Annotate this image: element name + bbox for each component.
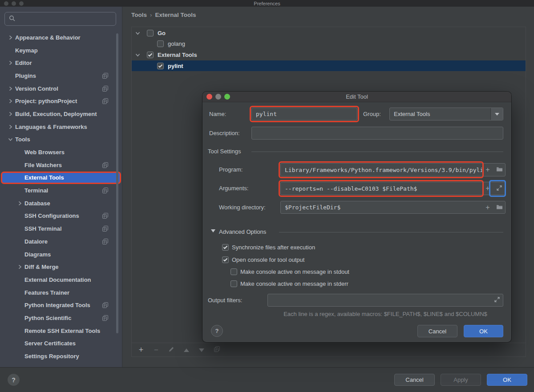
output-filters-field[interactable] (267, 294, 503, 307)
sidebar-item-remote-ssh-external-tools[interactable]: Remote SSH External Tools (0, 324, 122, 337)
chevron-down-icon[interactable] (8, 137, 15, 142)
copy-icon (214, 346, 220, 353)
shared-settings-icon (102, 188, 108, 193)
checkbox-checked[interactable] (222, 256, 229, 263)
apply-button: Apply (441, 374, 481, 386)
advanced-options-label[interactable]: Advanced Options (219, 228, 266, 236)
sidebar-item-ssh-configurations[interactable]: SSH Configurations (0, 210, 122, 223)
sidebar-item-external-tools[interactable]: External Tools (1, 172, 121, 184)
breadcrumb-segment-external-tools[interactable]: External Tools (155, 12, 196, 18)
sidebar-item-database[interactable]: Database (0, 197, 122, 210)
tree-row-label: Go (158, 30, 166, 36)
option-label[interactable]: Open console for tool output (232, 256, 304, 263)
sidebar-item-python-scientific[interactable]: Python Scientific (0, 312, 122, 324)
insert-macro-button[interactable]: + (482, 204, 494, 211)
checkbox-unchecked[interactable] (231, 280, 237, 287)
shared-settings-icon (102, 239, 108, 244)
browse-program-button[interactable] (494, 166, 505, 173)
dialog-help-button[interactable]: ? (211, 325, 223, 337)
chevron-right-icon[interactable] (17, 264, 24, 269)
sidebar-item-settings-repository[interactable]: Settings Repository (0, 350, 122, 363)
chevron-right-icon[interactable] (8, 86, 15, 91)
insert-macro-button[interactable]: + (482, 166, 494, 173)
tree-row-go[interactable]: Go (132, 28, 526, 39)
sidebar-item-label: Python Scientific (24, 315, 71, 321)
breadcrumb: Tools›External Tools (131, 12, 196, 18)
breadcrumb-segment-tools[interactable]: Tools (131, 12, 147, 18)
description-field[interactable] (251, 127, 503, 140)
group-select[interactable]: External Tools (389, 108, 503, 120)
name-value: pylint (252, 111, 357, 117)
sidebar-item-server-certificates[interactable]: Server Certificates (0, 337, 122, 350)
sidebar-item-web-browsers[interactable]: Web Browsers (0, 146, 122, 159)
shared-settings-icon (102, 98, 108, 104)
sidebar-item-editor[interactable]: Editor (0, 56, 122, 69)
sidebar-item-languages-frameworks[interactable]: Languages & Frameworks (0, 120, 122, 133)
tree-row-golang[interactable]: golang (132, 39, 526, 50)
sidebar-item-ssh-terminal[interactable]: SSH Terminal (0, 222, 122, 235)
chevron-down-icon[interactable] (490, 108, 503, 120)
option-row-make-console-active-on-message-in-stderr: Make console active on message in stderr (202, 278, 511, 290)
sidebar-item-diff-merge[interactable]: Diff & Merge (0, 260, 122, 273)
sidebar-item-file-watchers[interactable]: File Watchers (0, 159, 122, 172)
shared-settings-icon (102, 86, 108, 92)
sidebar-scrollbar[interactable] (116, 33, 118, 333)
chevron-right-icon[interactable] (8, 124, 15, 129)
chevron-down-icon[interactable] (135, 52, 142, 57)
cancel-button[interactable]: Cancel (394, 374, 435, 386)
checkbox-checked[interactable] (222, 244, 229, 251)
name-field[interactable]: pylint (251, 108, 357, 120)
checkbox-unchecked[interactable] (157, 40, 164, 47)
insert-macro-button[interactable]: + (482, 185, 494, 192)
tree-row-external-tools[interactable]: External Tools (132, 49, 526, 60)
sidebar-item-project-pythonproject[interactable]: Project: pythonProject (0, 95, 122, 108)
tools-tree: GogolangExternal Toolspylint (132, 28, 526, 71)
tree-toolbar: +− (132, 343, 526, 356)
expand-arguments-button[interactable] (494, 185, 505, 192)
sidebar-item-diagrams[interactable]: Diagrams (0, 248, 122, 261)
dialog-ok-button[interactable]: OK (464, 325, 503, 337)
chevron-right-icon[interactable] (17, 201, 24, 206)
option-label[interactable]: Synchronize files after execution (232, 244, 315, 251)
arguments-field[interactable]: --reports=n --disable=C0103 $FilePath$ + (280, 182, 506, 195)
sidebar-item-features-trainer[interactable]: Features Trainer (0, 286, 122, 299)
sidebar-item-build-execution-deployment[interactable]: Build, Execution, Deployment (0, 108, 122, 120)
checkbox-checked[interactable] (147, 52, 154, 58)
settings-sidebar: Appearance & BehaviorKeymapEditorPlugins… (0, 7, 122, 367)
option-row-synchronize-files-after-execution: Synchronize files after execution (202, 241, 511, 253)
chevron-right-icon[interactable] (8, 60, 15, 65)
sidebar-item-python-integrated-tools[interactable]: Python Integrated Tools (0, 299, 122, 312)
sidebar-item-version-control[interactable]: Version Control (0, 82, 122, 95)
tree-row-pylint[interactable]: pylint (132, 60, 526, 72)
sidebar-item-terminal[interactable]: Terminal (0, 184, 122, 197)
option-label[interactable]: Make console active on message in stderr (240, 280, 348, 287)
dialog-cancel-button[interactable]: Cancel (417, 325, 457, 337)
browse-directory-button[interactable] (494, 204, 505, 211)
expand-output-filters-button[interactable] (491, 297, 503, 304)
sidebar-item-external-documentation[interactable]: External Documentation (0, 273, 122, 286)
checkbox-checked[interactable] (157, 63, 164, 69)
checkbox-unchecked[interactable] (231, 268, 237, 275)
chevron-right-icon[interactable] (8, 35, 15, 40)
chevron-down-icon[interactable] (135, 31, 142, 36)
sidebar-item-appearance-behavior[interactable]: Appearance & Behavior (0, 31, 122, 44)
chevron-right-icon[interactable] (8, 112, 15, 116)
sidebar-item-datalore[interactable]: Datalore (0, 235, 122, 248)
working-directory-value: $ProjectFileDir$ (281, 204, 482, 211)
collapse-triangle-icon[interactable] (211, 229, 215, 232)
option-label[interactable]: Make console active on message in stdout (240, 268, 349, 275)
tree-row-label: External Tools (158, 52, 197, 58)
checkbox-unchecked[interactable] (147, 30, 154, 36)
sidebar-item-label: Terminal (24, 187, 48, 194)
add-button[interactable]: + (134, 344, 149, 355)
program-field[interactable]: Library/Frameworks/Python.framework/Vers… (280, 163, 506, 176)
chevron-right-icon[interactable] (8, 99, 15, 104)
search-input[interactable] (4, 12, 116, 26)
sidebar-item-tools[interactable]: Tools (0, 133, 122, 146)
working-directory-field[interactable]: $ProjectFileDir$ + (280, 201, 506, 214)
edit-button (164, 344, 179, 355)
sidebar-item-keymap[interactable]: Keymap (0, 44, 122, 57)
help-button[interactable]: ? (8, 374, 20, 386)
ok-button[interactable]: OK (487, 374, 527, 386)
sidebar-item-plugins[interactable]: Plugins (0, 69, 122, 82)
